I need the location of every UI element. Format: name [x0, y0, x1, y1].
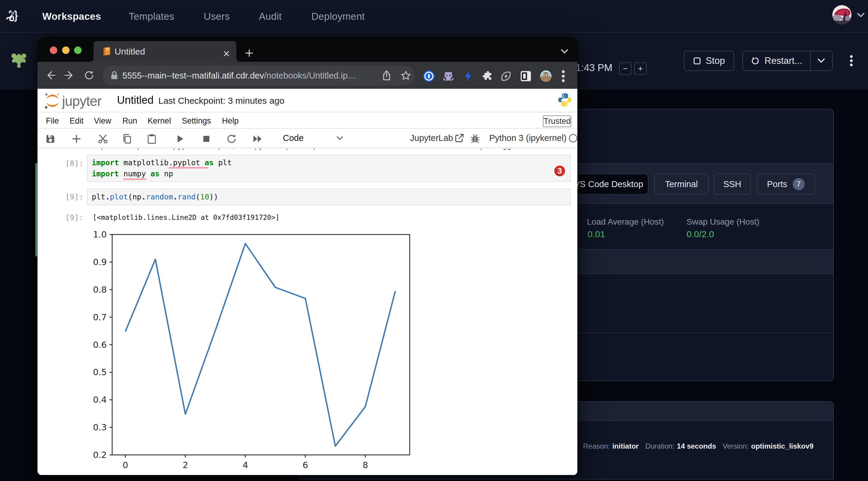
- menu-settings[interactable]: Settings: [182, 113, 211, 129]
- build-duration-label: Duration:: [645, 442, 674, 450]
- stop-button-label: Stop: [706, 56, 725, 66]
- restart-main[interactable]: Restart...: [743, 51, 810, 70]
- notebook-title[interactable]: Untitled: [117, 94, 154, 106]
- nav-users[interactable]: Users: [204, 0, 230, 33]
- notebook-favicon-book-icon: [102, 46, 112, 56]
- interrupt-kernel-icon[interactable]: [201, 133, 212, 144]
- nav-workspaces[interactable]: Workspaces: [42, 0, 101, 33]
- cell-type-chevron-icon[interactable]: [336, 136, 343, 141]
- jupyter-header: jupyter Untitled Last Checkpoint: 3 minu…: [37, 89, 577, 113]
- copy-icon[interactable]: [122, 133, 132, 144]
- schedule-decrease-button[interactable]: −: [619, 62, 632, 75]
- trusted-button[interactable]: Trusted: [543, 116, 571, 127]
- debugger-bug-icon[interactable]: [470, 133, 480, 143]
- ssh-label: SSH: [723, 179, 741, 189]
- ports-count-badge: 7: [793, 178, 805, 190]
- line-chart-svg: 0.20.30.40.50.60.70.80.91.002468: [37, 149, 577, 475]
- load-average-value: 0.01: [588, 229, 605, 239]
- menu-view[interactable]: View: [94, 113, 111, 129]
- terminal-label: Terminal: [665, 179, 698, 189]
- new-tab-button[interactable]: [245, 49, 254, 58]
- lightning-bolt-extension-icon[interactable]: [462, 70, 474, 82]
- svg-text:8: 8: [363, 460, 368, 470]
- chrome-window: Untitled: [37, 37, 577, 475]
- cell-type-dropdown[interactable]: Code: [283, 133, 304, 143]
- onepassword-extension-icon[interactable]: [423, 70, 435, 82]
- run-cell-icon[interactable]: [175, 133, 185, 144]
- nav-deployment[interactable]: Deployment: [311, 0, 365, 33]
- agent-timeline-green-bar: [35, 163, 37, 256]
- menu-help[interactable]: Help: [222, 113, 239, 129]
- url-path: /notebooks/Untitled.ip…: [264, 71, 356, 81]
- menu-kernel[interactable]: Kernel: [148, 113, 171, 129]
- menu-edit[interactable]: Edit: [70, 113, 84, 129]
- macos-zoom-button[interactable]: [74, 46, 82, 54]
- paste-icon[interactable]: [146, 133, 157, 144]
- url-host: 5555--main--test--matifali.atif.cdr.dev: [122, 71, 264, 81]
- macos-minimize-button[interactable]: [62, 46, 70, 54]
- cut-icon[interactable]: [97, 133, 108, 144]
- user-avatar[interactable]: [832, 5, 851, 24]
- menu-file[interactable]: File: [46, 113, 59, 129]
- workspace-more-menu-button[interactable]: [849, 55, 853, 67]
- menu-run[interactable]: Run: [122, 113, 137, 129]
- open-jupyterlab-link[interactable]: JupyterLab: [410, 133, 453, 143]
- stop-workspace-button[interactable]: Stop: [684, 51, 734, 71]
- bookmark-star-icon[interactable]: [400, 70, 411, 81]
- external-link-icon[interactable]: [455, 133, 464, 143]
- restart-kernel-icon[interactable]: [226, 133, 237, 144]
- stop-square-icon: [693, 57, 701, 65]
- restart-workspace-button[interactable]: Restart...: [742, 51, 833, 71]
- forward-icon[interactable]: [64, 70, 75, 81]
- restart-dropdown-button[interactable]: [810, 51, 832, 70]
- tab-search-chevron-icon[interactable]: [560, 49, 569, 55]
- back-icon[interactable]: [45, 70, 56, 81]
- kernel-status-icon: [569, 134, 577, 143]
- svg-text:0.5: 0.5: [93, 367, 107, 377]
- ssh-button[interactable]: SSH: [714, 173, 751, 195]
- tab-close-icon[interactable]: [223, 50, 230, 57]
- ports-button[interactable]: Ports 7: [757, 173, 815, 195]
- screen: Workspaces Templates Users Audit Deploym…: [0, 0, 868, 481]
- leaf-bolt-extension-icon[interactable]: [500, 70, 512, 82]
- last-checkpoint-text: Last Checkpoint: 3 minutes ago: [158, 96, 284, 106]
- jupyter-logo-icon[interactable]: [44, 92, 61, 109]
- user-menu-chevron-icon[interactable]: [857, 12, 865, 18]
- restart-run-all-icon[interactable]: [252, 133, 263, 144]
- svg-text:0.9: 0.9: [93, 257, 107, 267]
- jupyter-toolbar: Code JupyterLab Python 3 (ipykernel): [37, 129, 577, 148]
- swap-usage-label: Swap Usage (Host): [686, 217, 760, 227]
- build-duration-value: 14 seconds: [677, 442, 716, 450]
- svg-text:0.6: 0.6: [93, 340, 107, 350]
- add-cell-icon[interactable]: [71, 133, 82, 144]
- macos-close-button[interactable]: [50, 46, 57, 54]
- monument-emoji-extension-icon[interactable]: [540, 70, 552, 82]
- svg-text:0.8: 0.8: [93, 285, 107, 295]
- svg-text:0.7: 0.7: [93, 312, 107, 322]
- schedule-increase-button[interactable]: +: [634, 62, 647, 75]
- vscode-desktop-label: VS Code Desktop: [574, 179, 643, 189]
- nav-templates[interactable]: Templates: [129, 0, 174, 33]
- load-average-label: Load Average (Host): [587, 217, 664, 227]
- puzzle-extension-icon[interactable]: [482, 70, 494, 82]
- jupyter-brand-text: jupyter: [62, 93, 101, 109]
- browser-titlebar[interactable]: Untitled: [37, 37, 577, 62]
- svg-text:0.4: 0.4: [93, 395, 107, 405]
- kernel-name[interactable]: Python 3 (ipykernel): [489, 133, 566, 143]
- coder-logo-icon[interactable]: [5, 10, 19, 23]
- nav-audit[interactable]: Audit: [259, 0, 282, 33]
- build-info-row: Reason:initiator Duration:14 seconds Ver…: [583, 442, 820, 450]
- share-icon[interactable]: [381, 70, 392, 81]
- save-icon[interactable]: [45, 133, 56, 144]
- address-bar[interactable]: 5555--main--test--matifali.atif.cdr.dev/…: [102, 66, 415, 86]
- svg-text:1.0: 1.0: [93, 229, 107, 239]
- coder-topbar: Workspaces Templates Users Audit Deploym…: [0, 0, 868, 33]
- svg-text:0.3: 0.3: [93, 422, 107, 432]
- browser-tab[interactable]: Untitled: [94, 41, 236, 62]
- terminal-button[interactable]: Terminal: [654, 173, 709, 195]
- url-text: 5555--main--test--matifali.atif.cdr.dev/…: [122, 71, 356, 81]
- github-octocat-icon[interactable]: [442, 70, 455, 82]
- browser-menu-kebab-icon[interactable]: [562, 70, 565, 82]
- sidebar-extension-icon[interactable]: [520, 70, 532, 82]
- reload-icon[interactable]: [84, 70, 94, 81]
